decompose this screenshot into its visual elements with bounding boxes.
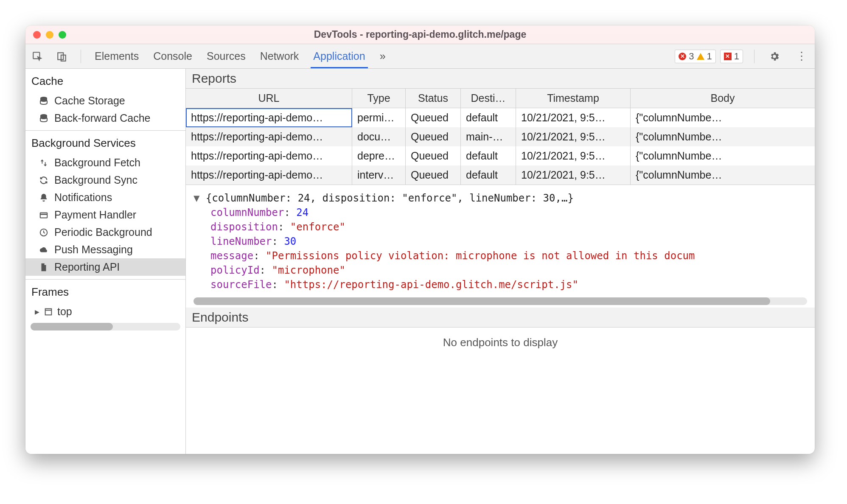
- sidebar-item-label: Back-forward Cache: [54, 112, 150, 124]
- sidebar-item-label: Payment Handler: [54, 209, 136, 221]
- page-icon: [38, 262, 49, 273]
- detail-linenumber: 30: [284, 235, 296, 247]
- issue-icon: ✕: [724, 53, 732, 60]
- cell-dest: main-…: [461, 127, 516, 146]
- reports-header-row: URL Type Status Desti… Timestamp Body: [186, 89, 815, 108]
- clock-icon: [38, 227, 49, 238]
- sidebar-item-payment[interactable]: Payment Handler: [25, 206, 185, 224]
- cell-body: {"columnNumbe…: [631, 146, 815, 165]
- error-icon: ✕: [679, 53, 686, 60]
- detail-summary: {columnNumber: 24, disposition: "enforce…: [206, 192, 574, 204]
- updown-icon: [38, 157, 49, 168]
- cell-body: {"columnNumbe…: [631, 165, 815, 185]
- settings-icon[interactable]: [766, 51, 783, 62]
- tab-elements[interactable]: Elements: [92, 44, 141, 68]
- col-type[interactable]: Type: [352, 89, 406, 108]
- col-status[interactable]: Status: [406, 89, 461, 108]
- cell-body: {"columnNumbe…: [631, 127, 815, 146]
- tab-console[interactable]: Console: [151, 44, 195, 68]
- sidebar-item-label: Reporting API: [54, 261, 120, 273]
- issues-count: 1: [734, 51, 739, 62]
- sidebar-item-periodic[interactable]: Periodic Background: [25, 224, 185, 241]
- table-row[interactable]: https://reporting-api-demo…depre…Queuedd…: [186, 146, 815, 165]
- sidebar-item-bfcache[interactable]: Back-forward Cache: [25, 109, 185, 127]
- cell-ts: 10/21/2021, 9:5…: [516, 146, 631, 165]
- sidebar-item-notifications[interactable]: Notifications: [25, 189, 185, 206]
- cell-type: depre…: [352, 146, 406, 165]
- inspect-element-icon[interactable]: [30, 51, 45, 62]
- col-url[interactable]: URL: [186, 89, 352, 108]
- cell-dest: default: [461, 108, 516, 127]
- frames-item-top[interactable]: ▶ top: [25, 303, 185, 320]
- devtools-window: DevTools - reporting-api-demo.glitch.me/…: [25, 25, 815, 454]
- sidebar-item-label: Periodic Background: [54, 226, 152, 238]
- sidebar-item-label: Cache Storage: [54, 95, 125, 107]
- application-sidebar: Cache Cache Storage Back-forward Cache B…: [25, 69, 186, 454]
- tabs-overflow[interactable]: »: [377, 44, 388, 68]
- col-destination[interactable]: Desti…: [461, 89, 516, 108]
- frame-icon: [43, 306, 54, 317]
- cell-url: https://reporting-api-demo…: [186, 127, 352, 146]
- main-panel: Reports URL Type Status Desti… Timestamp…: [186, 69, 815, 454]
- cell-status: Queued: [406, 165, 461, 185]
- devtools-body: Cache Cache Storage Back-forward Cache B…: [25, 69, 815, 454]
- reports-table: URL Type Status Desti… Timestamp Body ht…: [186, 89, 815, 185]
- errors-count: 3: [689, 51, 694, 62]
- sidebar-item-reporting-api[interactable]: Reporting API: [25, 258, 185, 276]
- toolbar-divider-2: [754, 50, 754, 63]
- card-icon: [38, 210, 49, 221]
- detail-policyid: "microphone": [272, 264, 345, 276]
- table-row[interactable]: https://reporting-api-demo…docu…Queuedma…: [186, 127, 815, 146]
- device-toolbar-icon[interactable]: [54, 51, 70, 62]
- database-icon: [38, 113, 49, 124]
- sidebar-item-label: Push Messaging: [54, 244, 133, 256]
- sidebar-item-label: Notifications: [54, 191, 112, 204]
- disclosure-triangle-icon[interactable]: ▶: [35, 308, 39, 315]
- cloud-icon: [38, 244, 49, 255]
- table-row[interactable]: https://reporting-api-demo…interv…Queued…: [186, 165, 815, 185]
- reports-rows: https://reporting-api-demo…permi…Queuedd…: [186, 108, 815, 185]
- kebab-menu-icon[interactable]: ⋮: [793, 50, 811, 63]
- svg-rect-5: [40, 213, 48, 218]
- warnings-count: 1: [707, 51, 712, 62]
- cell-url: https://reporting-api-demo…: [186, 165, 352, 185]
- table-row[interactable]: https://reporting-api-demo…permi…Queuedd…: [186, 108, 815, 127]
- sidebar-item-cache-storage[interactable]: Cache Storage: [25, 92, 185, 109]
- col-timestamp[interactable]: Timestamp: [516, 89, 631, 108]
- cell-type: interv…: [352, 165, 406, 185]
- endpoints-title: Endpoints: [186, 308, 815, 328]
- col-body[interactable]: Body: [631, 89, 815, 108]
- toolbar-divider: [81, 50, 81, 63]
- detail-columnnumber: 24: [296, 207, 309, 218]
- cell-status: Queued: [406, 146, 461, 165]
- cell-status: Queued: [406, 127, 461, 146]
- detail-scrollbar[interactable]: [194, 297, 807, 305]
- sidebar-item-label: Background Fetch: [54, 157, 140, 169]
- endpoints-empty-text: No endpoints to display: [186, 328, 815, 454]
- detail-message: "Permissions policy violation: microphon…: [266, 250, 695, 262]
- sidebar-scrollbar[interactable]: [31, 323, 180, 330]
- tab-application[interactable]: Application: [311, 44, 367, 68]
- sidebar-section-frames: Frames: [25, 279, 185, 303]
- errors-warnings-badge[interactable]: ✕ 3 1: [675, 50, 716, 63]
- console-badge-group[interactable]: ✕ 3 1 ✕ 1: [675, 50, 743, 63]
- tab-sources[interactable]: Sources: [204, 44, 248, 68]
- report-detail-viewer[interactable]: ▼ {columnNumber: 24, disposition: "enfor…: [186, 185, 815, 293]
- frames-top-label: top: [57, 305, 72, 318]
- cell-ts: 10/21/2021, 9:5…: [516, 165, 631, 185]
- tab-network[interactable]: Network: [258, 44, 302, 68]
- sidebar-item-bg-fetch[interactable]: Background Fetch: [25, 154, 185, 171]
- window-title: DevTools - reporting-api-demo.glitch.me/…: [25, 29, 815, 40]
- reports-title: Reports: [186, 69, 815, 89]
- sidebar-item-bg-sync[interactable]: Background Sync: [25, 171, 185, 189]
- cell-ts: 10/21/2021, 9:5…: [516, 127, 631, 146]
- warning-icon: [697, 53, 704, 60]
- titlebar: DevTools - reporting-api-demo.glitch.me/…: [25, 25, 815, 44]
- sidebar-item-push[interactable]: Push Messaging: [25, 241, 185, 258]
- cell-status: Queued: [406, 108, 461, 127]
- detail-sourcefile: "https://reporting-api-demo.glitch.me/sc…: [284, 279, 578, 291]
- issues-badge[interactable]: ✕ 1: [720, 50, 743, 63]
- cell-ts: 10/21/2021, 9:5…: [516, 108, 631, 127]
- cell-dest: default: [461, 165, 516, 185]
- bell-icon: [38, 192, 49, 203]
